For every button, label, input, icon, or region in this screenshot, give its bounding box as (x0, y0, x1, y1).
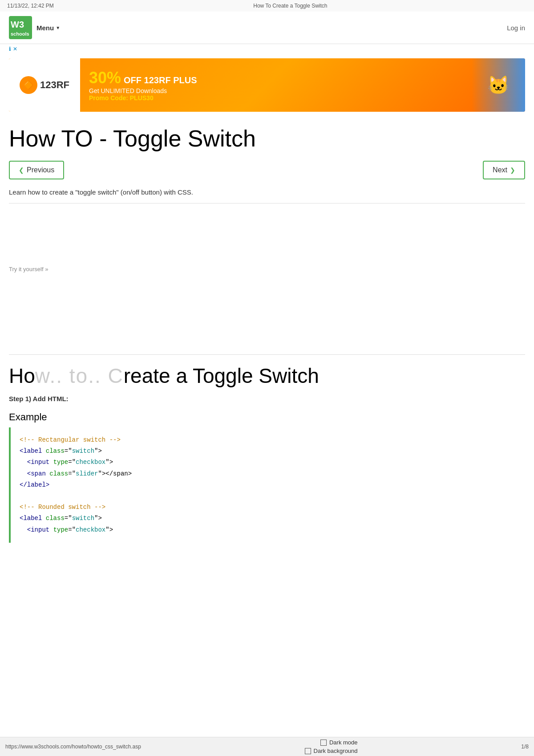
step1-label: Step 1) Add HTML: (9, 395, 525, 402)
browser-page-title: How To Create a Toggle Switch (253, 3, 327, 9)
dark-background-option[interactable]: Dark background (305, 748, 358, 754)
dark-mode-option[interactable]: Dark mode (320, 739, 358, 746)
browser-date: 11/13/22, 12:42 PM (7, 3, 54, 9)
svg-text:W3: W3 (11, 20, 24, 29)
menu-label: Menu (36, 24, 54, 32)
ad-banner[interactable]: 🔶 123RF 30% OFF 123RF PLUS Get UNLIMITED… (9, 58, 525, 112)
howto-title-dots: w.. to.. C (35, 364, 124, 387)
status-url: https://www.w3schools.com/howto/howto_cs… (5, 744, 141, 750)
page-description: Learn how to create a "toggle switch" (o… (9, 188, 525, 203)
dark-background-checkbox[interactable] (305, 748, 311, 754)
try-it-text[interactable]: Try it yourself » (9, 266, 525, 272)
previous-button[interactable]: Previous (9, 161, 64, 179)
dark-mode-area: Dark mode Dark background (305, 739, 358, 754)
login-button[interactable]: Log in (507, 24, 525, 32)
prev-label: Previous (27, 166, 54, 174)
code-line-3: <input type="checkbox"> (20, 457, 516, 468)
status-bar: https://www.w3schools.com/howto/howto_cs… (0, 737, 534, 756)
browser-bar: 11/13/22, 12:42 PM How To Create a Toggl… (0, 0, 534, 12)
code-line-2: <label class="switch"> (20, 446, 516, 457)
code-line-5: </label> (20, 480, 516, 491)
next-label: Next (493, 166, 507, 174)
dark-mode-label: Dark mode (329, 739, 358, 746)
howto-section: How.. to.. Create a Toggle Switch Step 1… (9, 364, 525, 543)
next-button[interactable]: Next (483, 161, 525, 179)
code-line-8: <input type="checkbox"> (20, 524, 516, 536)
page-number: 1/8 (521, 744, 529, 750)
w3schools-logo[interactable]: W3 schools (9, 16, 32, 39)
ad-off-text: OFF 123RF PLUS (124, 75, 197, 85)
chevron-right-icon (510, 166, 515, 174)
ad-logo-section: 🔶 123RF (9, 58, 80, 112)
example-label: Example (9, 411, 525, 423)
code-line-blank (20, 491, 516, 502)
logo-area: W3 schools Menu ▼ (9, 16, 60, 39)
ad-logo-text: 123RF (40, 79, 69, 91)
ad-brand-icon: 🔶 (20, 76, 37, 94)
code-line-1: <!-- Rectangular switch --> (20, 435, 516, 446)
promo-code: PLUS30 (130, 94, 154, 102)
close-icon[interactable]: ✕ (13, 46, 17, 52)
dark-mode-checkbox[interactable] (320, 740, 327, 746)
ad-subtitle: Get UNLIMITED Downloads (89, 87, 197, 94)
code-line-7: <label class="switch"> (20, 513, 516, 524)
howto-title-prefix: Ho (9, 364, 35, 387)
ad-promo: Promo Code: PLUS30 (89, 94, 197, 102)
nav-buttons: Previous Next (9, 161, 525, 179)
chevron-down-icon: ▼ (56, 25, 60, 30)
code-block: <!-- Rectangular switch --> <label class… (9, 427, 525, 543)
ad-discount: 30% (89, 69, 121, 87)
howto-title: How.. to.. Create a Toggle Switch (9, 364, 525, 388)
main-content: How TO - Toggle Switch Previous Next Lea… (0, 116, 534, 552)
ad-bar: ℹ ✕ (0, 44, 534, 54)
ad-content: 30% OFF 123RF PLUS Get UNLIMITED Downloa… (80, 61, 206, 109)
page-main-title: How TO - Toggle Switch (9, 125, 525, 152)
example-box: Example <!-- Rectangular switch --> <lab… (9, 411, 525, 543)
ad-icons: ℹ ✕ (9, 46, 17, 52)
info-icon[interactable]: ℹ (9, 46, 11, 52)
svg-text:schools: schools (11, 31, 29, 37)
ad-placeholder: Try it yourself » (9, 266, 525, 355)
code-line-6: <!-- Rounded switch --> (20, 502, 516, 513)
ad-image: 🐱 (472, 58, 525, 112)
code-line-4: <span class="slider"></span> (20, 468, 516, 480)
site-header: W3 schools Menu ▼ Log in (0, 12, 534, 44)
howto-title-suffix: reate a Toggle Switch (124, 364, 319, 387)
chevron-left-icon (19, 166, 24, 174)
menu-button[interactable]: Menu ▼ (36, 24, 60, 32)
dark-background-label: Dark background (314, 748, 358, 754)
